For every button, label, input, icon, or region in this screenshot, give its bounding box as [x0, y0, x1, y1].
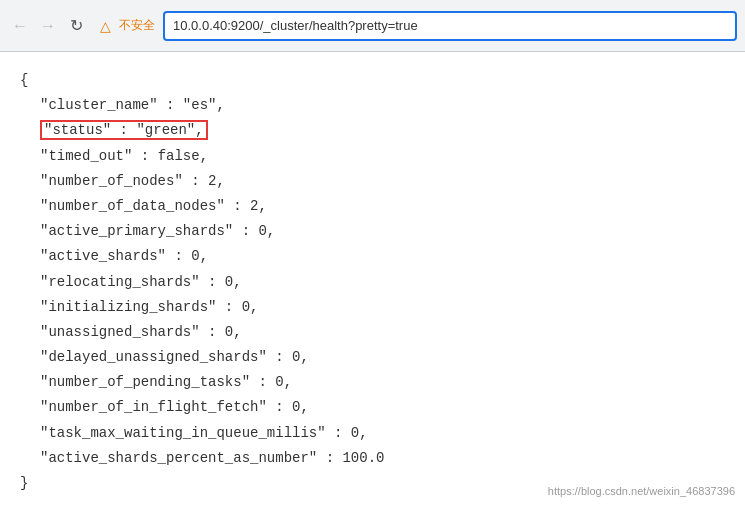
json-fields: "cluster_name" : "es", "status" : "green… [20, 93, 725, 471]
field-number-of-nodes: "number_of_nodes" : 2, [40, 169, 725, 194]
field-number-of-data-nodes: "number_of_data_nodes" : 2, [40, 194, 725, 219]
field-initializing-shards: "initializing_shards" : 0, [40, 295, 725, 320]
open-brace: { [20, 68, 725, 93]
back-button[interactable]: ← [8, 14, 32, 38]
field-delayed-unassigned-shards: "delayed_unassigned_shards" : 0, [40, 345, 725, 370]
nav-buttons: ← → ↻ [8, 14, 88, 38]
content-area: { "cluster_name" : "es", "status" : "gre… [0, 52, 745, 512]
field-timed-out: "timed_out" : false, [40, 144, 725, 169]
security-icon: △ [100, 18, 111, 34]
field-number-of-pending-tasks: "number_of_pending_tasks" : 0, [40, 370, 725, 395]
field-active-primary-shards: "active_primary_shards" : 0, [40, 219, 725, 244]
security-label: 不安全 [119, 17, 155, 34]
reload-button[interactable]: ↻ [64, 14, 88, 38]
field-unassigned-shards: "unassigned_shards" : 0, [40, 320, 725, 345]
url-text: 10.0.0.40:9200/_cluster/health?pretty=tr… [173, 18, 418, 33]
field-cluster-name: "cluster_name" : "es", [40, 93, 725, 118]
field-active-shards: "active_shards" : 0, [40, 244, 725, 269]
watermark: https://blog.csdn.net/weixin_46837396 [548, 482, 735, 502]
field-status: "status" : "green", [40, 118, 725, 143]
field-relocating-shards: "relocating_shards" : 0, [40, 270, 725, 295]
field-number-of-in-flight-fetch: "number_of_in_flight_fetch" : 0, [40, 395, 725, 420]
forward-button[interactable]: → [36, 14, 60, 38]
field-task-max-waiting: "task_max_waiting_in_queue_millis" : 0, [40, 421, 725, 446]
address-bar[interactable]: 10.0.0.40:9200/_cluster/health?pretty=tr… [163, 11, 737, 41]
browser-chrome: ← → ↻ △ 不安全 10.0.0.40:9200/_cluster/heal… [0, 0, 745, 52]
field-active-shards-percent: "active_shards_percent_as_number" : 100.… [40, 446, 725, 471]
